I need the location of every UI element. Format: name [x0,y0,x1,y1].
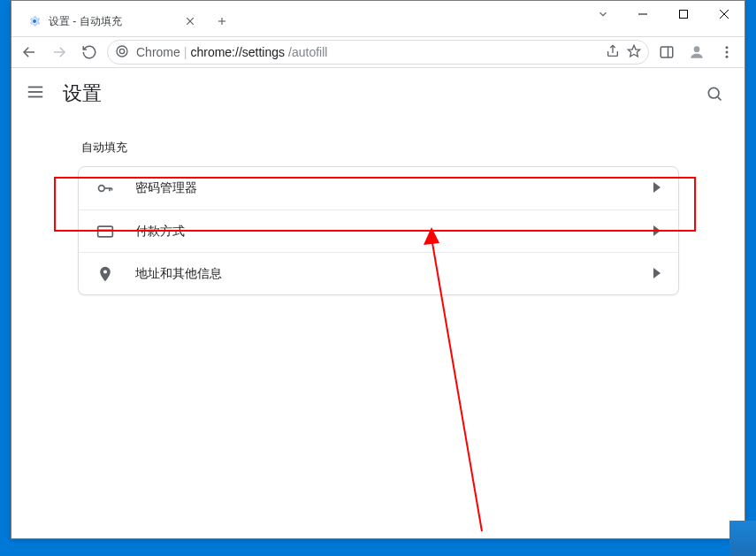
svg-point-20 [726,56,729,58]
location-pin-icon [96,265,114,283]
chevron-right-icon [653,267,661,281]
svg-marker-14 [628,45,639,57]
tab-title: 设置 - 自动填充 [49,14,176,29]
svg-point-11 [117,46,127,57]
svg-rect-15 [661,47,673,57]
settings-content: 自动填充 密码管理器 付款方式 [11,118,745,295]
reload-button[interactable] [77,40,102,65]
row-label: 付款方式 [135,224,632,240]
tab-strip: 设置 - 自动填充 [19,6,234,36]
tab-search-chevron-icon[interactable] [597,8,609,24]
hamburger-menu-button[interactable] [26,82,45,105]
svg-point-12 [119,49,124,53]
svg-marker-33 [653,225,661,236]
svg-point-17 [694,46,700,52]
svg-point-24 [708,88,719,98]
tab-close-button[interactable] [183,14,197,28]
url-text: Chrome | chrome://settings/autofill [136,45,599,59]
browser-tab[interactable]: 设置 - 自动填充 [19,6,204,36]
password-manager-row[interactable]: 密码管理器 [79,167,678,209]
address-bar[interactable]: Chrome | chrome://settings/autofill [107,40,649,65]
page-title: 设置 [63,80,102,107]
back-button[interactable] [17,40,42,65]
taskbar-edge [729,521,756,556]
addresses-row[interactable]: 地址和其他信息 [79,252,678,294]
autofill-card: 密码管理器 付款方式 [78,166,679,295]
svg-rect-1 [680,11,688,19]
profile-avatar-button[interactable] [684,40,709,65]
browser-toolbar: Chrome | chrome://settings/autofill [11,36,745,68]
side-panel-button[interactable] [654,40,679,65]
key-icon [96,179,114,197]
svg-point-19 [726,51,729,54]
browser-window: 设置 - 自动填充 Chrome | chrome://settin [11,0,745,539]
window-maximize-button[interactable] [663,1,704,27]
forward-button[interactable] [47,40,72,65]
svg-marker-34 [653,268,661,278]
svg-line-25 [718,97,722,101]
svg-point-18 [726,46,729,49]
chevron-right-icon [653,225,661,239]
page-viewport: 设置 自动填充 密码管理器 [11,69,745,538]
window-minimize-button[interactable] [622,1,663,27]
svg-point-26 [98,186,104,192]
row-label: 地址和其他信息 [135,266,632,282]
settings-gear-icon [27,14,42,28]
menu-kebab-button[interactable] [714,40,739,65]
page-header: 设置 [11,69,745,118]
svg-marker-30 [653,182,661,193]
window-close-button[interactable] [704,1,745,27]
row-label: 密码管理器 [135,180,632,196]
site-info-icon[interactable] [115,44,129,61]
svg-point-4 [33,19,36,23]
credit-card-icon [96,223,114,240]
share-icon[interactable] [606,44,620,61]
bookmark-star-icon[interactable] [627,44,641,61]
search-button[interactable] [699,78,730,110]
payment-methods-row[interactable]: 付款方式 [79,209,678,252]
chevron-right-icon [653,181,661,195]
svg-rect-31 [97,226,112,237]
section-label: 自动填充 [78,140,679,166]
new-tab-button[interactable] [210,9,234,34]
